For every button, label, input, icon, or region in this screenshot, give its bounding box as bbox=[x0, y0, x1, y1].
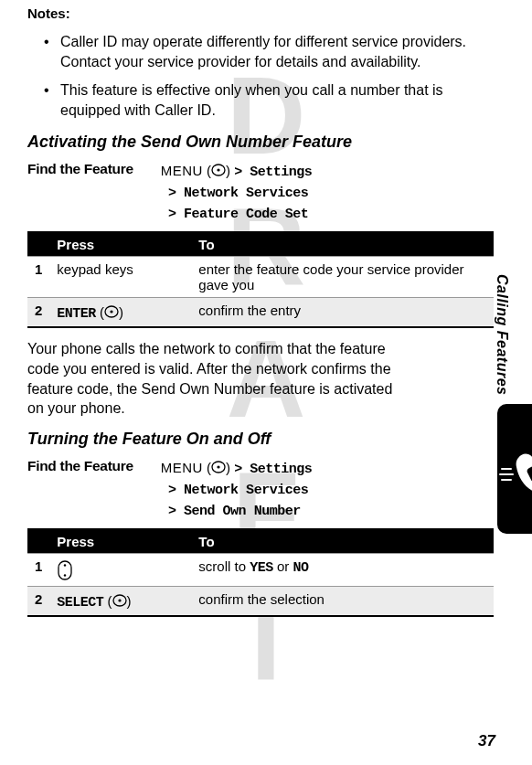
svg-point-5 bbox=[218, 465, 220, 468]
table-header-row: Press To bbox=[27, 529, 494, 554]
side-phone-icon bbox=[497, 404, 532, 534]
header-blank bbox=[27, 232, 49, 257]
close-paren: ) bbox=[226, 163, 234, 178]
action-table: Press To 1 keypad keys enter the feature… bbox=[27, 231, 494, 328]
option-no: NO bbox=[293, 560, 308, 576]
path-segment: > Network Services bbox=[168, 483, 308, 498]
page-number: 37 bbox=[478, 732, 495, 750]
table-row: 2 SELECT () confirm the selection bbox=[27, 586, 494, 616]
step-number: 1 bbox=[27, 257, 49, 298]
close-paren: ) bbox=[226, 460, 234, 475]
path-segment: > Settings bbox=[234, 462, 312, 477]
svg-rect-6 bbox=[59, 561, 71, 579]
press-cell: keypad keys bbox=[49, 257, 191, 298]
list-item: This feature is effective only when you … bbox=[44, 80, 494, 120]
menu-key-icon bbox=[112, 593, 127, 608]
svg-point-8 bbox=[64, 574, 66, 576]
svg-point-10 bbox=[118, 599, 121, 601]
nav-key-icon bbox=[57, 560, 73, 580]
header-press: Press bbox=[49, 232, 191, 257]
find-label: Find the Feature bbox=[27, 458, 133, 521]
find-label: Find the Feature bbox=[27, 161, 133, 224]
to-cell: scroll to YES or NO bbox=[191, 553, 494, 586]
to-text: or bbox=[273, 558, 293, 574]
option-yes: YES bbox=[250, 560, 273, 576]
header-press: Press bbox=[49, 529, 191, 554]
action-table: Press To 1 scroll to YES or NO 2 bbox=[27, 528, 494, 617]
header-to: To bbox=[191, 232, 494, 257]
menu-key-icon bbox=[104, 304, 119, 319]
to-text: scroll to bbox=[198, 558, 250, 574]
section-heading: Turning the Feature On and Off bbox=[27, 430, 494, 449]
step-number: 2 bbox=[27, 298, 49, 328]
notes-list: Caller ID may operate differently for di… bbox=[44, 32, 494, 120]
svg-point-1 bbox=[218, 169, 220, 172]
step-number: 1 bbox=[27, 553, 49, 586]
svg-point-7 bbox=[64, 564, 66, 566]
find-the-feature-row: Find the Feature MENU () > Settings > Ne… bbox=[27, 161, 494, 224]
svg-point-3 bbox=[110, 311, 112, 313]
section-heading: Activating the Send Own Number Feature bbox=[27, 133, 494, 152]
table-row: 1 keypad keys enter the feature code you… bbox=[27, 257, 494, 298]
close-paren: ) bbox=[119, 304, 123, 320]
menu-path: MENU () > Settings > Network Services > … bbox=[161, 458, 313, 521]
list-item: Caller ID may operate differently for di… bbox=[44, 32, 494, 71]
press-cell: SELECT () bbox=[49, 586, 191, 616]
side-tab: Calling Features bbox=[494, 274, 525, 534]
header-to: To bbox=[191, 529, 494, 554]
press-cell: ENTER () bbox=[49, 298, 191, 328]
path-segment: > Send Own Number bbox=[168, 504, 301, 519]
menu-key: MENU bbox=[161, 460, 203, 475]
header-blank bbox=[27, 529, 49, 554]
to-cell: enter the feature code your service prov… bbox=[191, 257, 494, 298]
select-key-label: SELECT bbox=[57, 595, 103, 611]
menu-key-icon bbox=[211, 460, 226, 474]
notes-heading: Notes: bbox=[27, 5, 494, 21]
step-number: 2 bbox=[27, 586, 49, 616]
menu-path: MENU () > Settings > Network Services > … bbox=[161, 161, 313, 224]
path-segment: > Feature Code Set bbox=[168, 207, 308, 222]
menu-key: MENU bbox=[161, 163, 203, 178]
enter-key-label: ENTER bbox=[57, 306, 96, 322]
path-segment: > Settings bbox=[234, 165, 312, 180]
path-segment: > Network Services bbox=[168, 186, 308, 201]
table-row: 1 scroll to YES or NO bbox=[27, 553, 494, 586]
find-the-feature-row: Find the Feature MENU () > Settings > Ne… bbox=[27, 458, 494, 521]
menu-key-icon bbox=[211, 163, 226, 177]
close-paren: ) bbox=[127, 593, 132, 609]
table-header-row: Press To bbox=[27, 232, 494, 257]
body-paragraph: Your phone calls the network to confirm … bbox=[27, 339, 411, 418]
press-cell bbox=[49, 553, 191, 586]
to-cell: confirm the selection bbox=[191, 586, 494, 616]
side-section-label: Calling Features bbox=[494, 274, 510, 395]
table-row: 2 ENTER () confirm the entry bbox=[27, 298, 494, 328]
to-cell: confirm the entry bbox=[191, 298, 494, 328]
